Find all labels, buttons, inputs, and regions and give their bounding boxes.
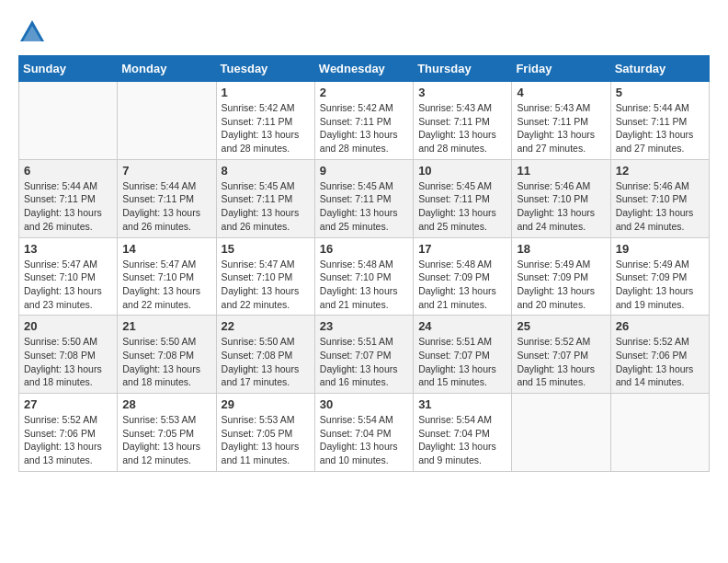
calendar-cell: 31Sunrise: 5:54 AM Sunset: 7:04 PM Dayli…	[414, 394, 512, 472]
day-number: 5	[616, 86, 704, 99]
day-number: 3	[418, 86, 506, 99]
day-number: 8	[222, 164, 310, 178]
day-number: 1	[222, 86, 310, 99]
weekday-header-row: SundayMondayTuesdayWednesdayThursdayFrid…	[19, 56, 710, 82]
calendar-cell: 25Sunrise: 5:52 AM Sunset: 7:07 PM Dayli…	[512, 316, 610, 394]
calendar-cell	[19, 82, 118, 160]
day-info: Sunrise: 5:43 AM Sunset: 7:11 PM Dayligh…	[418, 101, 506, 155]
weekday-header: Tuesday	[216, 56, 314, 82]
page-header	[18, 18, 710, 46]
day-info: Sunrise: 5:53 AM Sunset: 7:05 PM Dayligh…	[222, 413, 310, 467]
day-number: 2	[320, 86, 408, 99]
day-info: Sunrise: 5:52 AM Sunset: 7:06 PM Dayligh…	[616, 335, 704, 389]
calendar-cell: 6Sunrise: 5:44 AM Sunset: 7:11 PM Daylig…	[19, 159, 118, 237]
day-number: 26	[616, 319, 704, 333]
calendar-cell: 13Sunrise: 5:47 AM Sunset: 7:10 PM Dayli…	[19, 237, 118, 316]
calendar-week-row: 20Sunrise: 5:50 AM Sunset: 7:08 PM Dayli…	[19, 316, 710, 394]
day-number: 20	[24, 319, 112, 333]
day-info: Sunrise: 5:53 AM Sunset: 7:05 PM Dayligh…	[122, 413, 210, 467]
calendar-cell: 21Sunrise: 5:50 AM Sunset: 7:08 PM Dayli…	[118, 316, 216, 394]
day-info: Sunrise: 5:44 AM Sunset: 7:11 PM Dayligh…	[24, 179, 112, 234]
day-info: Sunrise: 5:49 AM Sunset: 7:09 PM Dayligh…	[517, 258, 605, 312]
day-number: 6	[24, 164, 112, 178]
day-number: 18	[517, 242, 605, 256]
calendar-cell: 29Sunrise: 5:53 AM Sunset: 7:05 PM Dayli…	[216, 394, 314, 472]
day-info: Sunrise: 5:43 AM Sunset: 7:11 PM Dayligh…	[517, 101, 605, 155]
day-info: Sunrise: 5:52 AM Sunset: 7:06 PM Dayligh…	[24, 413, 112, 467]
day-info: Sunrise: 5:45 AM Sunset: 7:11 PM Dayligh…	[418, 179, 506, 234]
day-info: Sunrise: 5:46 AM Sunset: 7:10 PM Dayligh…	[517, 179, 605, 234]
day-info: Sunrise: 5:48 AM Sunset: 7:10 PM Dayligh…	[320, 258, 408, 312]
calendar-cell: 11Sunrise: 5:46 AM Sunset: 7:10 PM Dayli…	[512, 159, 610, 237]
calendar-week-row: 1Sunrise: 5:42 AM Sunset: 7:11 PM Daylig…	[19, 82, 710, 160]
day-number: 15	[222, 242, 310, 256]
calendar-cell: 26Sunrise: 5:52 AM Sunset: 7:06 PM Dayli…	[610, 316, 709, 394]
calendar-cell	[512, 394, 610, 472]
calendar-week-row: 6Sunrise: 5:44 AM Sunset: 7:11 PM Daylig…	[19, 159, 710, 237]
calendar-cell: 16Sunrise: 5:48 AM Sunset: 7:10 PM Dayli…	[314, 237, 413, 316]
calendar-cell: 28Sunrise: 5:53 AM Sunset: 7:05 PM Dayli…	[118, 394, 216, 472]
calendar-cell: 10Sunrise: 5:45 AM Sunset: 7:11 PM Dayli…	[414, 159, 512, 237]
day-info: Sunrise: 5:46 AM Sunset: 7:10 PM Dayligh…	[616, 179, 704, 234]
day-info: Sunrise: 5:50 AM Sunset: 7:08 PM Dayligh…	[122, 335, 210, 389]
logo-icon	[18, 18, 46, 46]
calendar-cell: 12Sunrise: 5:46 AM Sunset: 7:10 PM Dayli…	[610, 159, 709, 237]
day-number: 10	[418, 164, 506, 178]
day-number: 29	[222, 397, 310, 411]
weekday-header: Thursday	[414, 56, 512, 82]
day-info: Sunrise: 5:49 AM Sunset: 7:09 PM Dayligh…	[616, 258, 704, 312]
day-number: 12	[616, 164, 704, 178]
day-info: Sunrise: 5:45 AM Sunset: 7:11 PM Dayligh…	[320, 179, 408, 234]
day-info: Sunrise: 5:51 AM Sunset: 7:07 PM Dayligh…	[418, 335, 506, 389]
day-number: 17	[418, 242, 506, 256]
weekday-header: Wednesday	[314, 56, 413, 82]
day-number: 19	[616, 242, 704, 256]
day-info: Sunrise: 5:42 AM Sunset: 7:11 PM Dayligh…	[320, 101, 408, 155]
calendar-cell: 20Sunrise: 5:50 AM Sunset: 7:08 PM Dayli…	[19, 316, 118, 394]
calendar-cell: 2Sunrise: 5:42 AM Sunset: 7:11 PM Daylig…	[314, 82, 413, 160]
day-number: 9	[320, 164, 408, 178]
day-info: Sunrise: 5:54 AM Sunset: 7:04 PM Dayligh…	[418, 413, 506, 467]
logo	[18, 18, 50, 46]
weekday-header: Sunday	[19, 56, 118, 82]
calendar-cell: 3Sunrise: 5:43 AM Sunset: 7:11 PM Daylig…	[414, 82, 512, 160]
day-info: Sunrise: 5:44 AM Sunset: 7:11 PM Dayligh…	[122, 179, 210, 234]
calendar-cell: 1Sunrise: 5:42 AM Sunset: 7:11 PM Daylig…	[216, 82, 314, 160]
day-number: 31	[418, 397, 506, 411]
day-number: 24	[418, 319, 506, 333]
calendar-cell: 17Sunrise: 5:48 AM Sunset: 7:09 PM Dayli…	[414, 237, 512, 316]
day-number: 27	[24, 397, 112, 411]
calendar-cell: 15Sunrise: 5:47 AM Sunset: 7:10 PM Dayli…	[216, 237, 314, 316]
calendar-cell: 18Sunrise: 5:49 AM Sunset: 7:09 PM Dayli…	[512, 237, 610, 316]
weekday-header: Saturday	[610, 56, 709, 82]
calendar-cell: 23Sunrise: 5:51 AM Sunset: 7:07 PM Dayli…	[314, 316, 413, 394]
day-number: 16	[320, 242, 408, 256]
day-number: 13	[24, 242, 112, 256]
calendar-cell: 4Sunrise: 5:43 AM Sunset: 7:11 PM Daylig…	[512, 82, 610, 160]
day-number: 4	[517, 86, 605, 99]
calendar-cell: 19Sunrise: 5:49 AM Sunset: 7:09 PM Dayli…	[610, 237, 709, 316]
day-info: Sunrise: 5:47 AM Sunset: 7:10 PM Dayligh…	[222, 258, 310, 312]
day-info: Sunrise: 5:48 AM Sunset: 7:09 PM Dayligh…	[418, 258, 506, 312]
day-info: Sunrise: 5:50 AM Sunset: 7:08 PM Dayligh…	[222, 335, 310, 389]
weekday-header: Friday	[512, 56, 610, 82]
day-info: Sunrise: 5:50 AM Sunset: 7:08 PM Dayligh…	[24, 335, 112, 389]
day-number: 21	[122, 319, 210, 333]
day-info: Sunrise: 5:45 AM Sunset: 7:11 PM Dayligh…	[222, 179, 310, 234]
day-number: 11	[517, 164, 605, 178]
calendar-week-row: 13Sunrise: 5:47 AM Sunset: 7:10 PM Dayli…	[19, 237, 710, 316]
day-number: 28	[122, 397, 210, 411]
day-number: 23	[320, 319, 408, 333]
calendar-cell: 14Sunrise: 5:47 AM Sunset: 7:10 PM Dayli…	[118, 237, 216, 316]
day-info: Sunrise: 5:47 AM Sunset: 7:10 PM Dayligh…	[24, 258, 112, 312]
day-info: Sunrise: 5:42 AM Sunset: 7:11 PM Dayligh…	[222, 101, 310, 155]
day-number: 14	[122, 242, 210, 256]
day-number: 30	[320, 397, 408, 411]
day-info: Sunrise: 5:51 AM Sunset: 7:07 PM Dayligh…	[320, 335, 408, 389]
calendar-cell: 5Sunrise: 5:44 AM Sunset: 7:11 PM Daylig…	[610, 82, 709, 160]
calendar-cell: 9Sunrise: 5:45 AM Sunset: 7:11 PM Daylig…	[314, 159, 413, 237]
calendar-cell: 27Sunrise: 5:52 AM Sunset: 7:06 PM Dayli…	[19, 394, 118, 472]
day-info: Sunrise: 5:47 AM Sunset: 7:10 PM Dayligh…	[122, 258, 210, 312]
calendar-week-row: 27Sunrise: 5:52 AM Sunset: 7:06 PM Dayli…	[19, 394, 710, 472]
calendar-cell	[118, 82, 216, 160]
